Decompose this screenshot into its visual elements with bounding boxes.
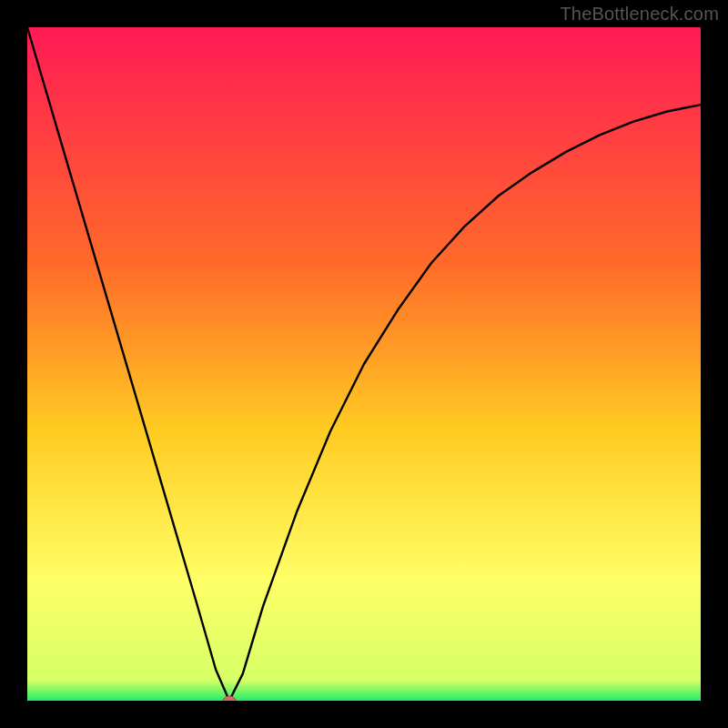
watermark-text: TheBottleneck.com: [560, 4, 719, 25]
bottleneck-chart: [27, 27, 701, 701]
chart-frame: TheBottleneck.com: [0, 0, 728, 728]
